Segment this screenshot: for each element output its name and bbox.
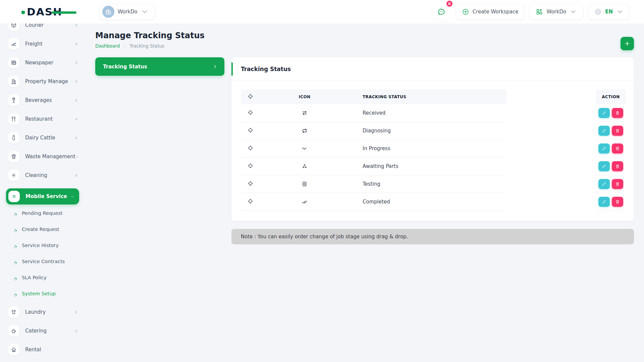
chevron-right-icon (74, 329, 78, 333)
create-workspace-button[interactable]: Create Workspace (455, 3, 525, 20)
delete-button[interactable] (612, 126, 623, 136)
globe-icon (594, 8, 602, 15)
language-selector[interactable]: EN (588, 3, 630, 20)
sidebar-subitem-pending-request[interactable]: Pending Request (13, 210, 78, 217)
chevron-right-icon (74, 42, 78, 46)
bottle-icon (8, 132, 19, 143)
tshirt-icon (8, 306, 19, 318)
cup-icon (8, 325, 19, 337)
table-header-row: ICON TRACKING STATUS ACTION (241, 89, 626, 104)
tracking-status-value: Completed (338, 199, 506, 205)
tracking-status-value: Diagnosing (338, 128, 506, 134)
tracking-status-nav-button[interactable]: Tracking Status (95, 57, 224, 76)
delete-button[interactable] (612, 143, 623, 154)
logo-bar-icon (52, 11, 76, 14)
tracking-status-table: ICON TRACKING STATUS ACTION ReceivedDiag… (231, 81, 634, 221)
workspace-selector[interactable]: WorkDo (99, 3, 155, 20)
sidebar-item-freight[interactable]: Freight (8, 38, 78, 50)
table-row: Completed (241, 193, 626, 211)
drag-handle-icon[interactable] (248, 145, 253, 151)
app-logo[interactable]: DASH (21, 6, 62, 18)
sidebar-item-restaurant[interactable]: Restaurant (8, 113, 78, 125)
table-row: Diagnosing (241, 122, 626, 140)
chevron-right-icon (74, 310, 78, 314)
pencil-icon (602, 146, 606, 151)
sidebar-item-cleaning[interactable]: Cleaning (8, 170, 78, 181)
edit-button[interactable] (598, 143, 610, 154)
building-avatar-icon (105, 8, 112, 15)
sidebar-item-courier[interactable]: Courier (8, 23, 78, 31)
sidebar-item-label: Property Manage (25, 78, 74, 84)
sidebar-subitem-label: SLA Policy (22, 275, 47, 280)
edit-button[interactable] (598, 161, 610, 171)
sidebar-subitem-label: Service Contracts (22, 259, 65, 264)
workspace-name: WorkDo (118, 9, 138, 15)
drag-handle-icon[interactable] (248, 110, 253, 115)
sidebar-subitem-sla-policy[interactable]: SLA Policy (13, 274, 78, 281)
plus-icon (624, 41, 630, 47)
chevron-down-icon (616, 8, 624, 15)
delete-button[interactable] (612, 179, 623, 189)
trash-icon (615, 128, 620, 133)
sidebar-item-laundry[interactable]: Laundry (8, 306, 78, 318)
sidebar-item-label: Mobile Service (25, 193, 70, 199)
sidebar-subitem-system-setup[interactable]: System Setup (13, 290, 78, 297)
sidebar-subitem-create-request[interactable]: Create Request (13, 226, 78, 233)
sidebar-item-dairy-cattle[interactable]: Dairy Cattle (8, 132, 78, 143)
drag-handle-icon[interactable] (248, 163, 253, 169)
trash-icon (615, 164, 620, 169)
trash-icon (615, 199, 620, 204)
top-bar: DASH WorkDo 0 Create Workspace WorkDo EN (0, 0, 644, 23)
tracking-status-value: Testing (338, 181, 506, 187)
bullet-icon (13, 260, 17, 263)
sidebar-item-label: Dairy Cattle (25, 135, 74, 141)
nav-button-label: Tracking Status (103, 64, 213, 70)
column-header-icon: ICON (271, 95, 338, 99)
drag-handle-icon[interactable] (248, 181, 253, 186)
edit-button[interactable] (598, 126, 610, 136)
sidebar-item-beverages[interactable]: Beverages (8, 95, 78, 106)
note-bar: Note : You can easily order change of jo… (231, 229, 634, 244)
sidebar-item-label: Freight (25, 41, 74, 47)
table-row: Testing (241, 175, 626, 193)
delete-button[interactable] (612, 197, 623, 207)
chevron-right-icon (74, 61, 78, 65)
pencil-icon (602, 111, 606, 115)
drag-handle-icon[interactable] (248, 198, 253, 204)
delete-button[interactable] (612, 161, 623, 171)
trash-icon (615, 182, 620, 186)
trash-icon (615, 111, 620, 115)
bullet-icon (13, 228, 17, 231)
edit-button[interactable] (598, 179, 610, 189)
sidebar-item-mobile-service[interactable]: Mobile Service (6, 188, 79, 204)
sidebar-item-waste-management[interactable]: Waste Management (8, 151, 78, 162)
workdo-menu[interactable]: WorkDo (529, 3, 583, 20)
breadcrumb-dashboard-link[interactable]: Dashboard (95, 43, 120, 49)
delete-button[interactable] (612, 108, 623, 118)
sidebar-item-property-manage[interactable]: Property Manage (8, 76, 78, 87)
workspace-avatar (102, 6, 114, 18)
edit-button[interactable] (598, 108, 610, 118)
trash-icon (8, 151, 19, 162)
sun-icon (8, 170, 19, 181)
sidebar-subitem-label: Service History (22, 243, 59, 248)
sidebar-item-catering[interactable]: Catering (8, 325, 78, 337)
sidebar-subitem-service-history[interactable]: Service History (13, 242, 78, 249)
status-repeat-icon (302, 128, 308, 134)
edit-button[interactable] (598, 197, 610, 207)
chevron-down-icon (70, 194, 74, 199)
messages-button[interactable]: 0 (432, 2, 451, 21)
sidebar-item-label: Restaurant (25, 116, 74, 122)
bullet-icon (13, 244, 17, 247)
sidebar-subitem-service-contracts[interactable]: Service Contracts (13, 258, 78, 265)
sidebar-item-label: Newspaper (25, 60, 74, 66)
tracking-status-card: Tracking Status ICON TRACKING STATUS ACT… (231, 57, 634, 221)
package-icon (8, 23, 19, 31)
sidebar-item-rental[interactable]: Rental (8, 344, 78, 355)
add-tracking-status-button[interactable] (621, 37, 634, 50)
building-icon (8, 76, 19, 87)
sidebar-item-newspaper[interactable]: Newspaper (8, 57, 78, 68)
sidebar-item-label: Laundry (25, 309, 74, 315)
drag-handle-icon[interactable] (248, 127, 253, 133)
workdo-menu-label: WorkDo (546, 9, 566, 15)
